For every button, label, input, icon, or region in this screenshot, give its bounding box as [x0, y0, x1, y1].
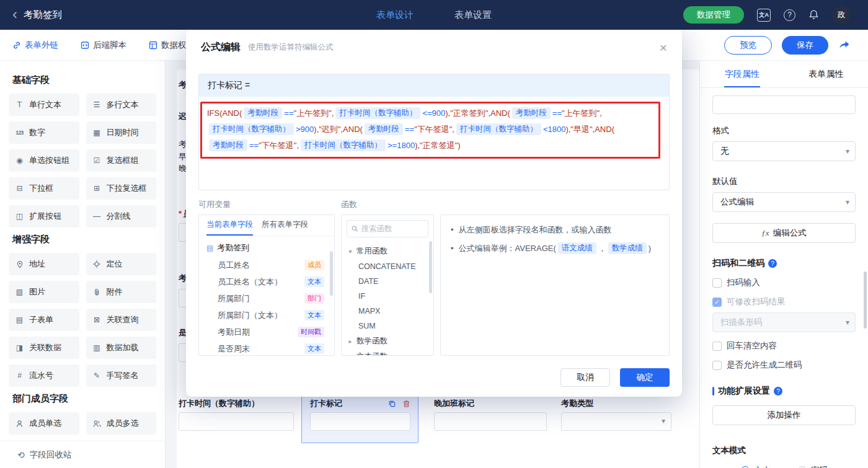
canvas-field[interactable]: 晚加班标记: [434, 397, 547, 431]
canvas-field-select[interactable]: ▾: [561, 412, 671, 431]
field-type-button[interactable]: ◨关联数据: [9, 337, 79, 359]
variable-item[interactable]: 是否周末文本: [199, 340, 334, 355]
canvas-field-input[interactable]: [179, 412, 294, 431]
field-token[interactable]: 考勤时段: [244, 107, 282, 119]
field-type-button[interactable]: ☑复选框组: [86, 149, 157, 172]
variable-tab[interactable]: 所有表单字段: [262, 215, 308, 236]
field-token[interactable]: 打卡时间（数字辅助）: [456, 123, 541, 135]
field-token[interactable]: 数学成绩: [608, 242, 647, 254]
field-token[interactable]: 考勤时段: [209, 139, 247, 151]
function-item[interactable]: CONCATENATE: [342, 259, 433, 274]
field-type-button[interactable]: 地址: [9, 253, 79, 275]
question-circle-icon[interactable]: ?: [774, 387, 782, 395]
checkbox-row[interactable]: ✓可修改扫码结果: [712, 296, 856, 307]
toolbar-item[interactable]: 后端脚本: [81, 40, 126, 51]
canvas-field-input[interactable]: [434, 412, 547, 431]
close-icon[interactable]: ×: [660, 41, 667, 54]
radio-option[interactable]: 密码: [798, 465, 828, 468]
topbar-tab[interactable]: 表单设计: [376, 9, 414, 21]
question-circle-icon[interactable]: ?: [768, 259, 777, 268]
scrollbar[interactable]: [330, 251, 333, 296]
field-type-button[interactable]: T单行文本: [9, 94, 79, 116]
checkbox-row[interactable]: 回车清空内容: [712, 340, 856, 351]
field-token[interactable]: 打卡时间（数字辅助）: [335, 107, 420, 119]
field-type-button[interactable]: ⊟下拉框: [9, 177, 79, 200]
default-value-select[interactable]: 公式编辑 ▾: [712, 192, 856, 212]
function-group[interactable]: ▾常用函数: [342, 244, 433, 259]
field-type-button[interactable]: ◉单选按钮组: [9, 149, 79, 172]
checkbox-row[interactable]: 扫码输入: [712, 277, 856, 288]
form-tree-root[interactable]: ▤ 考勤签到: [199, 236, 334, 257]
delete-field-icon[interactable]: [402, 400, 410, 408]
radio-option[interactable]: 文本: [741, 465, 771, 468]
edit-formula-button[interactable]: ƒx 编辑公式: [712, 223, 856, 243]
data-manage-button[interactable]: 数据管理: [683, 6, 744, 24]
variable-item[interactable]: 员工姓名成员: [199, 257, 334, 273]
format-select[interactable]: 无 ▾: [712, 141, 856, 161]
field-type-button[interactable]: ✎手写签名: [86, 364, 157, 387]
share-icon[interactable]: [838, 40, 851, 51]
field-type-button[interactable]: ☰多行文本: [86, 94, 157, 116]
canvas-field[interactable]: 考勤类型▾: [561, 397, 671, 431]
confirm-button[interactable]: 确定: [620, 368, 670, 387]
field-token[interactable]: 考勤时段: [365, 123, 403, 135]
field-type-button[interactable]: 成员单选: [9, 412, 79, 435]
field-recycle-bin[interactable]: ⟲ 字段回收站: [0, 441, 165, 468]
cancel-button[interactable]: 取消: [560, 368, 610, 387]
back-icon[interactable]: ‹: [12, 7, 17, 22]
function-item[interactable]: SUM: [342, 319, 433, 333]
canvas-field-input[interactable]: [310, 412, 410, 431]
function-group[interactable]: ▸数学函数: [342, 333, 433, 349]
field-token[interactable]: 语文成绩: [558, 242, 596, 254]
scrollbar[interactable]: [864, 272, 867, 329]
function-item[interactable]: MAPX: [342, 304, 433, 319]
variable-item[interactable]: 考勤日期时间戳: [199, 324, 334, 340]
field-type-button[interactable]: 附件: [86, 281, 157, 303]
function-group[interactable]: ▸文本函数: [342, 349, 433, 355]
field-token[interactable]: 打卡时间（数字辅助）: [209, 123, 294, 135]
field-type-button[interactable]: ▥数据加载: [86, 337, 157, 359]
field-type-button[interactable]: 123数字: [9, 121, 79, 144]
property-tab[interactable]: 字段属性: [700, 61, 784, 87]
toolbar-item[interactable]: 表单外链: [12, 40, 58, 51]
checkbox-icon[interactable]: [712, 342, 722, 351]
field-token[interactable]: 打卡时间（数字辅助）: [301, 139, 386, 151]
preview-button[interactable]: 预览: [724, 36, 772, 55]
add-action-button[interactable]: 添加操作: [712, 405, 856, 425]
checkbox-icon[interactable]: [712, 361, 722, 370]
canvas-field[interactable]: 打卡时间（数字辅助）: [179, 397, 294, 431]
function-search[interactable]: [347, 220, 428, 237]
checkbox-row[interactable]: 是否允许生成二维码: [712, 360, 856, 371]
variable-item[interactable]: 所属部门（文本）文本: [199, 307, 334, 324]
field-title-input[interactable]: [712, 95, 856, 114]
field-type-button[interactable]: ▤子表单: [9, 309, 79, 331]
formula-editor-area[interactable]: IFS(AND(考勤时段=="上午签到",打卡时间（数字辅助）<=900),"正…: [199, 97, 669, 190]
scrollbar[interactable]: [429, 241, 432, 293]
variable-item[interactable]: 所属部门部门: [199, 290, 334, 307]
field-type-button[interactable]: ◫扩展按钮: [9, 205, 79, 227]
copy-field-icon[interactable]: [388, 400, 396, 408]
search-input[interactable]: [361, 224, 423, 233]
function-item[interactable]: DATE: [342, 274, 433, 289]
avatar[interactable]: 政: [832, 6, 851, 24]
variable-item[interactable]: 员工姓名（文本）文本: [199, 273, 334, 290]
property-tab[interactable]: 表单属性: [784, 61, 868, 87]
variable-tab[interactable]: 当前表单字段: [206, 215, 253, 236]
save-button[interactable]: 保存: [782, 36, 828, 55]
canvas-field[interactable]: 打卡标记: [310, 397, 410, 431]
checkbox-checked-icon[interactable]: ✓: [712, 298, 722, 307]
field-token[interactable]: 考勤时段: [512, 107, 551, 119]
field-type-button[interactable]: 定位: [86, 253, 157, 275]
field-type-button[interactable]: ▦日期时间: [86, 121, 157, 144]
field-type-button[interactable]: ⊞下拉复选框: [86, 177, 157, 200]
function-item[interactable]: IF: [342, 289, 433, 304]
field-type-button[interactable]: ⊠关联查询: [86, 309, 157, 331]
notification-bell-icon[interactable]: [808, 9, 819, 20]
help-icon[interactable]: ?: [784, 9, 795, 21]
checkbox-icon[interactable]: [712, 278, 722, 288]
field-type-button[interactable]: —分割线: [86, 205, 157, 227]
field-type-button[interactable]: 成员多选: [86, 412, 157, 435]
translate-icon[interactable]: 文A: [757, 9, 771, 22]
topbar-tab[interactable]: 表单设置: [454, 9, 492, 21]
field-type-button[interactable]: #流水号: [9, 364, 79, 387]
